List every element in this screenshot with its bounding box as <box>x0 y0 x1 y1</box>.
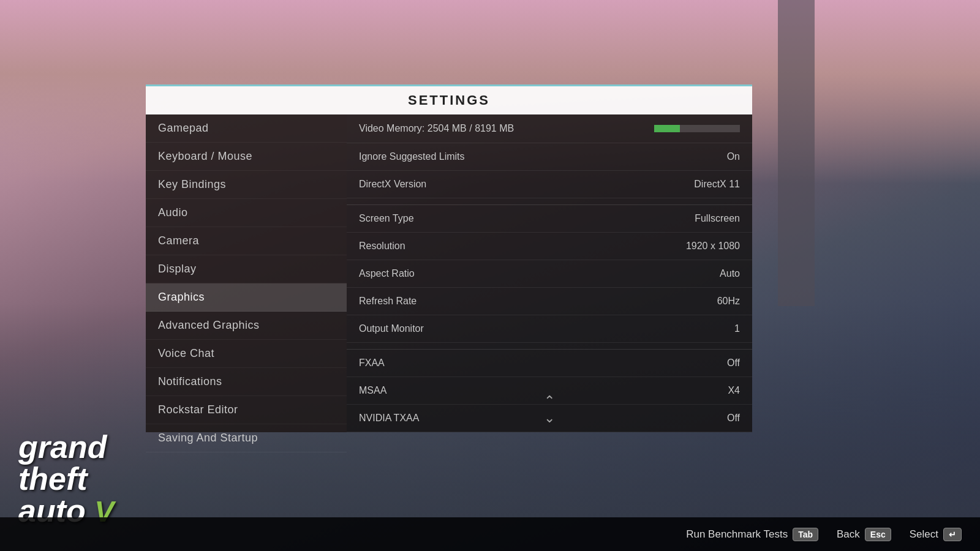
select-action[interactable]: Select ↵ <box>910 528 962 541</box>
benchmark-label: Run Benchmark Tests <box>686 528 788 541</box>
setting-value: X4 <box>728 385 740 396</box>
bottom-bar: Run Benchmark Tests Tab Back Esc Select … <box>0 517 980 551</box>
settings-modal: SETTINGS Gamepad Keyboard / Mouse Key Bi… <box>146 84 752 435</box>
sidebar-item-camera[interactable]: Camera <box>146 227 347 255</box>
setting-row-resolution[interactable]: Resolution 1920 x 1080 <box>347 233 752 260</box>
setting-label: Screen Type <box>359 213 695 224</box>
setting-value: DirectX 11 <box>694 179 740 190</box>
setting-value: Auto <box>720 268 740 279</box>
setting-row-screen-type[interactable]: Screen Type Fullscreen <box>347 204 752 233</box>
sidebar-item-key-bindings[interactable]: Key Bindings <box>146 171 347 199</box>
setting-label: DirectX Version <box>359 179 694 190</box>
setting-label: Resolution <box>359 241 686 252</box>
setting-row-aspect-ratio[interactable]: Aspect Ratio Auto <box>347 260 752 288</box>
settings-title: SETTINGS <box>146 86 752 114</box>
memory-bar-fill <box>654 125 680 132</box>
back-key: Esc <box>865 528 891 541</box>
setting-row-fxaa[interactable]: FXAA Off <box>347 349 752 377</box>
sidebar-item-display[interactable]: Display <box>146 255 347 283</box>
setting-value: 1 <box>734 323 740 334</box>
select-label: Select <box>910 528 938 541</box>
setting-label: Output Monitor <box>359 323 734 334</box>
tower-decoration <box>778 0 815 306</box>
sidebar-item-gamepad[interactable]: Gamepad <box>146 114 347 143</box>
sidebar-item-rockstar-editor[interactable]: Rockstar Editor <box>146 396 347 424</box>
setting-value: On <box>727 151 740 162</box>
scroll-indicator: ⌃ ⌄ <box>544 393 555 426</box>
setting-label: FXAA <box>359 358 727 369</box>
memory-label: Video Memory: 2504 MB / 8191 MB <box>359 123 654 134</box>
sidebar-item-notifications[interactable]: Notifications <box>146 368 347 396</box>
setting-row-directx[interactable]: DirectX Version DirectX 11 <box>347 171 752 198</box>
select-key: ↵ <box>943 528 962 541</box>
setting-value: Off <box>727 358 740 369</box>
sidebar-item-graphics[interactable]: Graphics <box>146 283 347 312</box>
setting-value: Off <box>727 413 740 424</box>
setting-label: Refresh Rate <box>359 296 717 307</box>
sidebar-item-audio[interactable]: Audio <box>146 199 347 227</box>
setting-row-output-monitor[interactable]: Output Monitor 1 <box>347 315 752 343</box>
memory-row: Video Memory: 2504 MB / 8191 MB <box>347 114 752 143</box>
setting-label: Aspect Ratio <box>359 268 720 279</box>
sidebar-item-voice-chat[interactable]: Voice Chat <box>146 340 347 368</box>
setting-label: NVIDIA TXAA <box>359 413 727 424</box>
sidebar: Gamepad Keyboard / Mouse Key Bindings Au… <box>146 114 347 432</box>
settings-body: Gamepad Keyboard / Mouse Key Bindings Au… <box>146 114 752 432</box>
sidebar-item-advanced-graphics[interactable]: Advanced Graphics <box>146 312 347 340</box>
setting-value: 1920 x 1080 <box>686 241 740 252</box>
back-action[interactable]: Back Esc <box>837 528 891 541</box>
benchmark-action[interactable]: Run Benchmark Tests Tab <box>686 528 818 541</box>
setting-value: 60Hz <box>717 296 740 307</box>
gta-logo: grand theft auto V <box>18 431 114 527</box>
setting-label: Ignore Suggested Limits <box>359 151 727 162</box>
setting-value: Fullscreen <box>695 213 740 224</box>
setting-row-ignore-suggested[interactable]: Ignore Suggested Limits On <box>347 143 752 171</box>
benchmark-key: Tab <box>793 528 818 541</box>
sidebar-item-keyboard-mouse[interactable]: Keyboard / Mouse <box>146 143 347 171</box>
sidebar-item-saving-startup[interactable]: Saving And Startup <box>146 424 347 452</box>
back-label: Back <box>837 528 860 541</box>
main-content: Video Memory: 2504 MB / 8191 MB Ignore S… <box>347 114 752 432</box>
setting-row-refresh-rate[interactable]: Refresh Rate 60Hz <box>347 288 752 315</box>
memory-bar <box>654 125 740 132</box>
